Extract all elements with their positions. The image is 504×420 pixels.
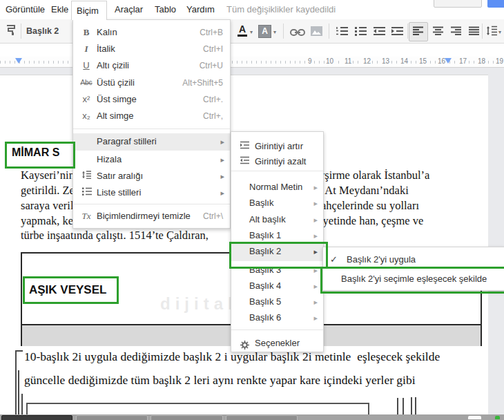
submenu-item-secenekler[interactable]: Seçenekler <box>231 335 323 352</box>
submenu-arrow-icon: ▸ <box>313 179 318 195</box>
menu-item-girintiyi-artir[interactable]: Girintiyi artır <box>231 138 323 155</box>
submenu-item-normal-metin[interactable]: Normal Metin ▸ <box>231 179 323 195</box>
ruler-right-indent-marker[interactable] <box>445 58 452 64</box>
underline-icon: U <box>77 57 95 74</box>
menu-item-label: Girintiyi azalt <box>255 153 306 170</box>
clear-formatting-icon: Tx <box>77 208 95 225</box>
submenu-item-baslik-4[interactable]: Başlık 4 ▸ <box>231 278 323 294</box>
taskbar-button[interactable] <box>226 415 298 420</box>
menu-item-label: Hizala <box>97 151 122 168</box>
doc-paragraph-line: Kayseri’nin <box>21 169 75 182</box>
align-left-icon[interactable] <box>412 26 424 39</box>
menu-item-italik[interactable]: I İtalik Ctrl+I <box>73 41 230 57</box>
menu-item-label: Satır aralığı <box>97 168 143 184</box>
toolbar-separator <box>283 23 284 39</box>
menubar-item-ekle[interactable]: Ekle <box>47 0 72 19</box>
line-spacing-icon[interactable] <box>486 26 497 39</box>
menu-item-ust-simge[interactable]: x² Üst simge Ctrl+. <box>73 91 230 108</box>
taskbar-button[interactable] <box>76 415 148 420</box>
submenu-item-alt-baslik[interactable]: Alt başlık ▸ <box>231 211 323 228</box>
increase-indent-icon[interactable] <box>391 26 404 39</box>
numbered-list-icon[interactable] <box>336 26 349 39</box>
doc-paragraph-line: türbe inşaatında çalıştı. 1514’te Çaldır… <box>21 229 209 242</box>
decrease-indent-icon[interactable] <box>373 26 386 39</box>
ruler-number: 15 <box>418 57 428 65</box>
nested-border-line <box>411 397 412 414</box>
ruler-number: 9 <box>307 57 313 65</box>
text-color-button[interactable]: A <box>238 23 247 37</box>
ruler-number: 18 <box>476 57 487 65</box>
page-right-gutter <box>488 75 504 414</box>
align-right-icon[interactable] <box>450 26 462 39</box>
ruler-number: 19 <box>494 57 504 65</box>
autosave-status: Tüm değişiklikler kaydedildi <box>226 0 336 19</box>
menubar-item-tablo[interactable]: Tablo <box>151 0 180 19</box>
menubar-item-yardim[interactable]: Yardım <box>182 0 219 19</box>
menu-item-label: Alt simge <box>97 108 133 124</box>
chevron-down-icon[interactable]: ▾ <box>250 29 253 35</box>
increase-indent-icon <box>235 138 253 155</box>
menu-item-girintiyi-azalt[interactable]: Girintiyi azalt <box>231 153 323 170</box>
menu-item-bicimlendirmeyi-temizle[interactable]: Tx Biçimlendirmeyi temizle Ctrl+\ <box>73 208 230 225</box>
bulleted-list-icon[interactable] <box>354 26 367 39</box>
strikethrough-icon: Abc <box>77 75 95 91</box>
menu-item-satir-araligi[interactable]: Satır aralığı ▸ <box>73 168 230 184</box>
menu-item-label: Kalın <box>97 24 117 41</box>
comments-button[interactable] <box>434 0 482 8</box>
menu-item-label: Başlık <box>249 195 273 211</box>
submenu-arrow-icon: ▸ <box>313 294 318 310</box>
submenu-item-baslik[interactable]: Başlık ▸ <box>231 195 323 211</box>
taskbar <box>0 414 504 420</box>
doc-paragraph-line: vşirme olarak İstanbul’a <box>319 169 429 182</box>
menu-item-alt-simge[interactable]: x₂ Alt simge Ctrl+, <box>73 108 230 124</box>
ruler-number: 14 <box>399 57 409 65</box>
doc-paragraph-line: ahçelerinde su yolları <box>321 199 419 213</box>
menubar-item-araclar[interactable]: Araçlar <box>110 0 147 19</box>
menu-item-label: Üstü çizili <box>97 75 135 91</box>
insert-image-icon[interactable] <box>311 26 322 39</box>
ruler-left-indent-marker[interactable] <box>15 58 22 64</box>
share-button[interactable] <box>487 0 504 8</box>
annotation-box-baslik-2 <box>229 242 328 269</box>
menu-item-label: Altı çizili <box>97 57 129 74</box>
taskbar-button-active[interactable] <box>1 415 72 420</box>
menu-item-shortcut: Ctrl+. <box>203 91 223 108</box>
ruler-number: 13 <box>380 57 391 65</box>
chevron-down-icon[interactable]: ▾ <box>273 29 276 35</box>
menubar-item-goruntule[interactable]: Görüntüle <box>1 0 49 19</box>
ruler-number: 10 <box>324 57 335 65</box>
taskbar-button[interactable] <box>151 415 223 420</box>
doc-paragraph-line: iyetinde han, çeşme ve <box>320 214 423 228</box>
submenu-arrow-icon: ▸ <box>313 195 318 211</box>
menu-item-ustu-cizili[interactable]: Abc Üstü çizili Alt+Shift+5 <box>73 75 230 91</box>
insert-link-icon[interactable] <box>290 27 305 39</box>
menu-item-label: Seçenekler <box>255 335 300 352</box>
menu-item-paragraf-stilleri[interactable]: Paragraf stilleri ▸ <box>73 133 230 151</box>
menu-separator <box>231 330 323 330</box>
menu-item-label: Başlık 6 <box>249 309 281 326</box>
menu-item-hizala[interactable]: Hizala ▸ <box>73 151 230 168</box>
line-spacing-icon <box>77 168 95 184</box>
submenu-item-baslik-5[interactable]: Başlık 5 ▸ <box>231 294 323 310</box>
justify-icon[interactable] <box>468 26 480 39</box>
chevron-down-icon[interactable]: ▾ <box>498 29 501 35</box>
menu-item-alti-cizili[interactable]: U Altı çizili Ctrl+U <box>73 57 230 74</box>
menu-item-shortcut: Alt+Shift+5 <box>182 75 223 91</box>
doc-paragraph-line: getirildi. Zel <box>21 184 77 198</box>
ruler-number: 12 <box>362 57 372 65</box>
doc-paragraph-line: yapmak, ker <box>21 214 77 228</box>
menu-item-label: Biçimlendirmeyi temizle <box>97 208 191 225</box>
taskbar-notch <box>468 416 481 419</box>
menu-item-liste-stilleri[interactable]: Liste stilleri ▸ <box>73 184 230 201</box>
highlight-color-button[interactable]: A <box>258 25 271 38</box>
align-center-icon[interactable] <box>432 26 444 39</box>
menu-item-kalin[interactable]: B Kalın Ctrl+B <box>73 24 230 41</box>
menu-separator <box>73 128 230 129</box>
menubar-item-bicim[interactable]: Biçim <box>71 1 107 20</box>
style-selector[interactable]: Başlık 2 <box>26 19 59 43</box>
toolbar-separator <box>407 23 408 39</box>
submenu-item-baslik-6[interactable]: Başlık 6 ▸ <box>231 309 323 326</box>
decrease-indent-icon <box>235 153 253 170</box>
paint-format-icon[interactable] <box>6 24 17 39</box>
superscript-icon: x² <box>77 91 95 108</box>
